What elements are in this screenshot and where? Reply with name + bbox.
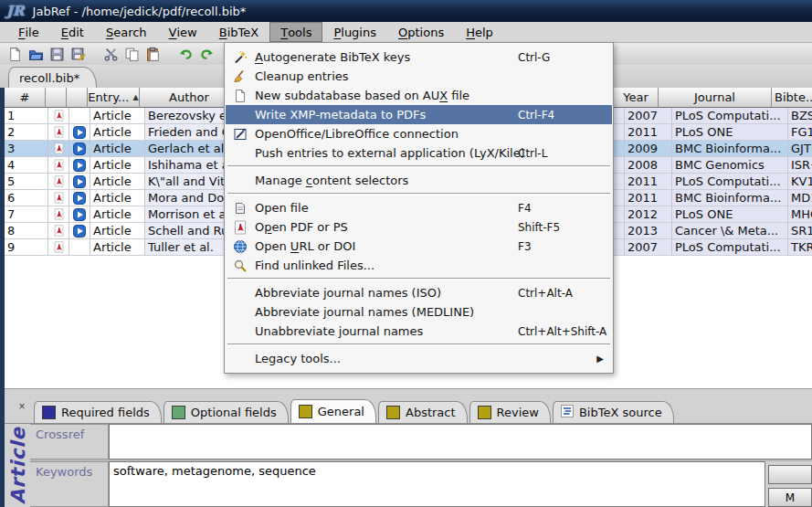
menu-edit[interactable]: Edit: [50, 22, 95, 42]
menu-item-label: Write XMP-metadata to PDFs: [255, 108, 426, 121]
globe-icon: [230, 238, 249, 254]
field-type-marker-icon: [478, 406, 491, 419]
menu-plugins[interactable]: Plugins: [322, 22, 387, 42]
cut-icon[interactable]: [101, 45, 120, 63]
tab-general[interactable]: General: [290, 399, 376, 423]
menu-item-push-entries-to-external-application-lyx-kile[interactable]: Push entries to external application (Ly…: [226, 143, 612, 163]
keywords-side-button-2[interactable]: M: [768, 488, 812, 507]
url-link-icon[interactable]: [69, 141, 90, 157]
open-database-icon[interactable]: [26, 45, 45, 63]
cell-type: Article: [90, 190, 145, 206]
menu-item-legacy-tools[interactable]: Legacy tools...▶: [226, 349, 612, 368]
cell-type: Article: [90, 223, 145, 239]
menu-item-openoffice-libreoffice-connection[interactable]: OpenOffice/LibreOffice connection: [226, 124, 612, 143]
redo-icon[interactable]: [197, 45, 216, 63]
menu-item-autogenerate-bibtex-keys[interactable]: Autogenerate BibTeX keysCtrl-G: [226, 48, 612, 67]
file-tab-recoll[interactable]: recoll.bib*: [8, 67, 97, 89]
cell-year: 2008: [625, 157, 672, 174]
column-header-url[interactable]: [67, 88, 88, 108]
save-as-icon[interactable]: [69, 45, 87, 63]
menu-search[interactable]: Search: [95, 22, 158, 42]
pdf-file-icon[interactable]: [48, 124, 69, 141]
pdf-file-icon[interactable]: [48, 206, 69, 223]
jabref-logo-icon: JR: [6, 3, 25, 19]
menu-item-open-file[interactable]: Open fileF4: [226, 198, 612, 217]
url-link-icon[interactable]: [69, 223, 90, 239]
cell-journal: PLoS ONE: [672, 206, 788, 223]
column-header-bibtexkey[interactable]: Bibte...: [772, 88, 812, 108]
entry-editor-close-button[interactable]: ×: [13, 399, 31, 414]
save-database-icon[interactable]: [47, 45, 66, 63]
tab-review[interactable]: Review: [469, 401, 551, 423]
cell-num: 9: [5, 239, 48, 256]
entry-editor-tabs: Required fieldsOptional fieldsGeneralAbs…: [34, 400, 676, 423]
menu-bibtex[interactable]: BibTeX: [208, 22, 269, 42]
cell-year: 2007: [625, 239, 672, 256]
url-link-icon[interactable]: [69, 157, 90, 174]
new-database-icon[interactable]: [5, 45, 24, 63]
menu-item-abbreviate-journal-names-medline[interactable]: Abbreviate journal names (MEDLINE): [226, 302, 612, 322]
no-icon: [230, 323, 249, 339]
column-header-type[interactable]: Entry...▲: [88, 88, 140, 108]
menu-item-new-subdatabase-based-on-aux-file[interactable]: New subdatabase based on AUX file: [226, 86, 612, 105]
menu-item-open-pdf-or-ps[interactable]: Open PDF or PSShift-F5: [226, 217, 612, 237]
undo-icon[interactable]: [176, 45, 195, 63]
column-header-year[interactable]: Year: [614, 88, 659, 108]
column-header-pdf[interactable]: [46, 88, 67, 108]
menu-item-write-xmp-metadata-to-pdfs[interactable]: Write XMP-metadata to PDFsCtrl-F4: [226, 105, 612, 124]
openoffice-icon: [230, 126, 249, 142]
cell-year: 2011: [625, 174, 672, 190]
pdf-file-icon[interactable]: [48, 141, 69, 157]
pdf-file-icon[interactable]: [48, 108, 69, 124]
pdf-file-icon[interactable]: [48, 157, 69, 174]
menu-item-open-url-or-doi[interactable]: Open URL or DOIF3: [226, 237, 612, 256]
menu-item-label: Abbreviate journal names (ISO): [255, 286, 441, 300]
keywords-input[interactable]: [109, 461, 765, 507]
menu-tools[interactable]: Tools: [269, 22, 322, 42]
crossref-input[interactable]: [109, 424, 812, 459]
menu-file[interactable]: File: [7, 22, 50, 42]
field-row-keywords: KeywordsM: [30, 461, 812, 507]
menu-item-label: Open URL or DOI: [255, 239, 355, 253]
cell-journal: BMC Bioinforma...: [672, 190, 788, 206]
tab-required-fields[interactable]: Required fields: [34, 401, 162, 423]
tab-abstract[interactable]: Abstract: [378, 401, 468, 423]
cell-num: 5: [5, 174, 48, 190]
menu-item-label: Legacy tools...: [255, 352, 341, 365]
pdf-file-icon[interactable]: [48, 190, 69, 206]
entry-editor-fields: CrossrefKeywordsM: [30, 424, 812, 507]
pdf-file-icon[interactable]: [48, 174, 69, 190]
menu-item-abbreviate-journal-names-iso[interactable]: Abbreviate journal names (ISO)Ctrl+Alt-A: [226, 283, 612, 302]
broom-icon: [230, 69, 249, 84]
cell-year: 2011: [625, 124, 672, 141]
keywords-side-button-1[interactable]: [768, 465, 812, 484]
menu-item-cleanup-entries[interactable]: Cleanup entries: [226, 67, 612, 86]
menu-item-shortcut: Ctrl-L: [518, 147, 547, 160]
menu-options[interactable]: Options: [387, 22, 455, 42]
url-link-icon[interactable]: [69, 190, 90, 206]
url-link-icon[interactable]: [69, 174, 90, 190]
cell-bibtexkey: BZS07: [788, 108, 812, 124]
column-header-journal[interactable]: Journal: [659, 88, 772, 108]
menu-view[interactable]: View: [158, 22, 208, 42]
tab-bibtex-source[interactable]: BibTeX source: [553, 401, 674, 423]
cell-journal: PLoS Computati...: [672, 239, 788, 256]
menu-item-manage-content-selectors[interactable]: Manage content selectors: [226, 171, 612, 190]
cell-year: 2013: [625, 223, 672, 239]
url-link-icon[interactable]: [69, 124, 90, 141]
tab-optional-fields[interactable]: Optional fields: [163, 401, 289, 423]
cell-type: Article: [90, 174, 145, 190]
copy-icon[interactable]: [122, 45, 141, 63]
paste-icon[interactable]: [143, 45, 162, 63]
column-header-num[interactable]: #: [5, 88, 46, 108]
window-title: JabRef - /home/jedick/pdf/recoll.bib*: [33, 5, 247, 18]
menu-help[interactable]: Help: [455, 22, 504, 42]
pdf-file-icon[interactable]: [48, 223, 69, 239]
no-icon: [230, 351, 249, 366]
cell-bibtexkey: TKR07: [788, 239, 812, 256]
pdf-file-icon[interactable]: [48, 239, 69, 256]
menu-item-unabbreviate-journal-names[interactable]: Unabbreviate journal namesCtrl+Alt+Shift…: [226, 322, 612, 341]
url-link-icon[interactable]: [69, 206, 90, 223]
menu-item-find-unlinked-files[interactable]: Find unlinked Files...: [226, 256, 612, 275]
cell-bibtexkey: MD11: [788, 190, 812, 206]
